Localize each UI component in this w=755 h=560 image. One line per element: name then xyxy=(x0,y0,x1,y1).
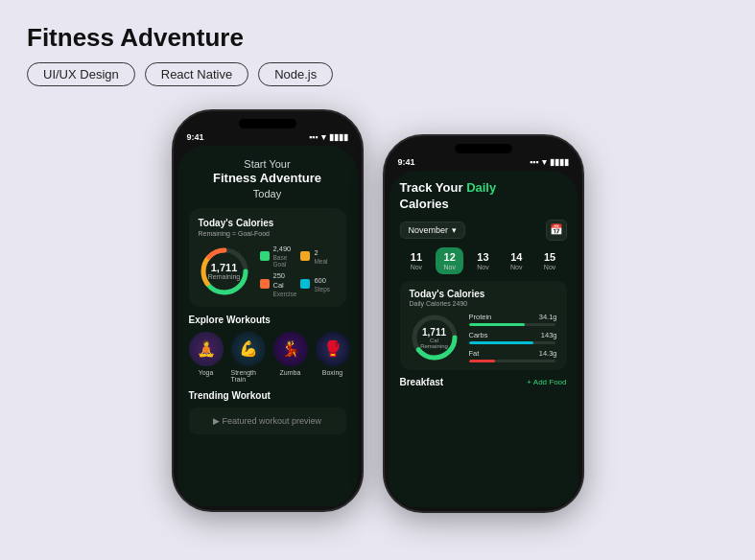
stat-steps-label: Steps xyxy=(314,286,330,292)
month-label: November xyxy=(409,225,449,235)
explore-section: Explore Workouts 🧘 Yoga 💪 St xyxy=(189,315,346,383)
date-mon-12: Nov xyxy=(443,264,455,270)
macro-protein-name: Protein xyxy=(469,313,492,321)
stat-icon-red xyxy=(260,279,270,289)
status-bar-left: 9:41 ▪▪▪ ▾ ▮▮▮▮ xyxy=(174,132,362,146)
macro-carbs: Carbs 143g xyxy=(469,331,557,344)
date-15[interactable]: 15 Nov xyxy=(536,247,563,274)
workout-strength-label: Strength Train xyxy=(231,369,266,383)
stat-icon-orange xyxy=(300,251,310,261)
date-num-13: 13 xyxy=(477,251,488,263)
tag-ui-ux: UI/UX Design xyxy=(27,62,135,86)
date-mon-13: Nov xyxy=(477,264,488,270)
stats-grid: 2,490 Base Goal 2 Meal xyxy=(260,245,337,296)
calendar-icon-button[interactable]: 📅 xyxy=(546,220,567,241)
macro-protein-bar-bg xyxy=(469,323,555,326)
workout-yoga: 🧘 Yoga xyxy=(189,332,224,383)
month-select[interactable]: November ▾ xyxy=(400,222,466,239)
right-screen-content: Track Your Daily Calories November ▾ 📅 xyxy=(389,171,578,507)
stat-steps: 600 Steps xyxy=(300,271,336,297)
workout-circle-zumba: 💃 xyxy=(273,332,308,366)
donut-label: Remaining xyxy=(208,273,240,280)
right-calories-card: Today's Calories Daily Calories 2490 1,7… xyxy=(400,281,567,370)
add-food-button[interactable]: + Add Food xyxy=(527,378,566,386)
status-time-left: 9:41 xyxy=(187,132,204,142)
trending-section: Trending Workout ▶ Featured workout prev… xyxy=(189,390,346,434)
left-screen-content: Start Your Fitness Adventure Today Today… xyxy=(177,146,358,506)
tag-react-native: React Native xyxy=(145,62,248,86)
explore-title: Explore Workouts xyxy=(189,315,346,325)
phone-left: 9:41 ▪▪▪ ▾ ▮▮▮▮ Start Your Fitness Adven… xyxy=(172,109,364,512)
right-donut-chart: 1,711 Cal Remaining xyxy=(410,313,460,362)
phone-right: 9:41 ▪▪▪ ▾ ▮▮▮▮ Track Your Daily Calorie… xyxy=(383,134,584,513)
workout-circle-boxing: 🥊 xyxy=(316,332,350,366)
track-line2: Calories xyxy=(400,197,449,211)
track-daily: Daily xyxy=(466,180,496,195)
dynamic-island-left xyxy=(239,119,296,128)
workout-zumba-label: Zumba xyxy=(280,369,301,376)
date-mon-15: Nov xyxy=(544,264,555,270)
macro-protein-value: 34.1g xyxy=(539,313,557,321)
hero-line2: Fitness Adventure xyxy=(189,171,346,187)
page-title: Fitness Adventure xyxy=(27,23,728,53)
workout-boxing: 🥊 Boxing xyxy=(316,332,350,383)
tag-list: UI/UX Design React Native Node.js xyxy=(27,62,728,86)
workout-yoga-label: Yoga xyxy=(199,369,214,376)
workout-strength: 💪 Strength Train xyxy=(231,332,266,383)
stat-meal: 2 Meal xyxy=(300,245,336,268)
trending-title: Trending Workout xyxy=(189,390,346,401)
date-14[interactable]: 14 Nov xyxy=(503,247,530,274)
date-mon-14: Nov xyxy=(510,264,522,270)
hero-text: Start Your Fitness Adventure Today xyxy=(189,157,346,200)
workout-circle-strength: 💪 xyxy=(231,332,266,366)
stat-base-goal: 2,490 Base Goal xyxy=(260,245,297,268)
signal-icons-left: ▪▪▪ ▾ ▮▮▮▮ xyxy=(309,132,348,142)
donut-chart: 1,711 Remaining xyxy=(199,245,250,297)
stat-exercise: 250 Cal Exercise xyxy=(260,271,297,297)
macro-fat-bar-fill xyxy=(469,360,495,362)
date-13[interactable]: 13 Nov xyxy=(469,247,496,274)
macro-protein: Protein 34.1g xyxy=(469,313,557,326)
track-line1: Track Your xyxy=(400,180,463,195)
calories-row: 1,711 Remaining 2,490 Base Goal xyxy=(199,245,337,296)
right-donut-number: 1,711 xyxy=(420,326,448,337)
date-12[interactable]: 12 Nov xyxy=(436,247,462,274)
hero-line3: Today xyxy=(189,187,346,200)
macro-fat-name: Fat xyxy=(469,349,480,358)
hero-line1: Start Your xyxy=(189,157,346,171)
macro-protein-bar-fill xyxy=(469,323,526,326)
calendar-icon: 📅 xyxy=(550,223,563,236)
status-time-right: 9:41 xyxy=(398,157,415,167)
macro-fat-value: 14.3g xyxy=(539,349,557,358)
phones-container: 9:41 ▪▪▪ ▾ ▮▮▮▮ Start Your Fitness Adven… xyxy=(27,100,728,545)
date-11[interactable]: 11 Nov xyxy=(403,247,430,274)
stat-meal-value: 2 xyxy=(314,248,327,258)
right-calories-sub: Daily Calories 2490 xyxy=(410,300,557,307)
right-calories-row: 1,711 Cal Remaining Protein 34.1g xyxy=(410,313,557,362)
dynamic-island-right xyxy=(455,144,512,153)
right-calories-title: Today's Calories xyxy=(410,289,557,299)
stat-icon-cyan xyxy=(300,279,310,289)
tag-nodejs: Node.js xyxy=(258,62,333,86)
status-bar-right: 9:41 ▪▪▪ ▾ ▮▮▮▮ xyxy=(385,157,582,171)
donut-center: 1,711 Remaining xyxy=(208,262,240,280)
date-num-15: 15 xyxy=(544,251,555,263)
stat-exercise-value: 250 Cal xyxy=(273,271,297,291)
page-header: Fitness Adventure UI/UX Design React Nat… xyxy=(27,23,728,86)
donut-number: 1,711 xyxy=(208,262,240,273)
workout-boxing-label: Boxing xyxy=(322,369,342,376)
date-row: 11 Nov 12 Nov 13 Nov 14 Nov xyxy=(400,247,567,274)
signal-icons-right: ▪▪▪ ▾ ▮▮▮▮ xyxy=(530,157,569,167)
macro-carbs-value: 143g xyxy=(541,331,557,339)
date-num-11: 11 xyxy=(411,251,422,263)
month-row: November ▾ 📅 xyxy=(400,220,567,241)
stat-icon-green xyxy=(260,251,270,261)
left-screen: Start Your Fitness Adventure Today Today… xyxy=(177,146,358,506)
calories-card-left: Today's Calories Remaining = Goal-Food xyxy=(189,208,346,306)
stat-base-goal-label: Base Goal xyxy=(273,254,297,268)
right-donut-label: Cal Remaining xyxy=(420,337,448,348)
stat-meal-label: Meal xyxy=(314,258,327,265)
breakfast-row: Breakfast + Add Food xyxy=(400,377,567,387)
workout-zumba: 💃 Zumba xyxy=(273,332,308,383)
date-num-14: 14 xyxy=(510,251,522,263)
